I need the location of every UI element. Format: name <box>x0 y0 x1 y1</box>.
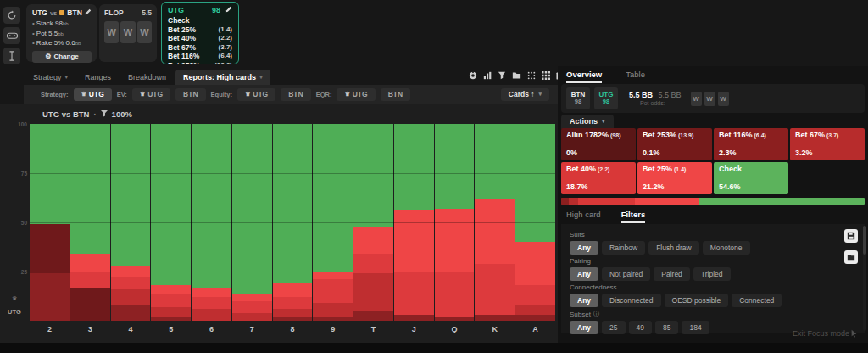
crown-icon: ♛ <box>140 91 145 98</box>
segment-bet116 <box>313 317 353 321</box>
seat-utg[interactable]: UTG 98 <box>594 87 618 109</box>
tab-table[interactable]: Table <box>626 70 645 83</box>
segment-bet40 <box>273 297 313 309</box>
filter-pairing-any[interactable]: Any <box>570 267 598 281</box>
tab-breakdown[interactable]: Breakdown <box>120 70 174 85</box>
tab-high-card[interactable]: High card <box>566 210 601 223</box>
grid-icon[interactable] <box>542 71 550 80</box>
segment-bet116 <box>475 315 515 321</box>
ibeam-icon[interactable] <box>3 48 20 64</box>
history-icon[interactable] <box>3 7 20 24</box>
filter-connectedness-disconnected[interactable]: Disconnected <box>602 294 661 307</box>
chip-strategy-utg[interactable]: ♛UTG <box>74 88 112 101</box>
filter-suits-rainbow[interactable]: Rainbow <box>602 241 645 255</box>
crown-icon: ♛ <box>344 91 349 98</box>
chip-eqr-utg[interactable]: ♛UTG <box>337 88 375 101</box>
tab-filters[interactable]: Filters <box>621 210 646 223</box>
hero-strategy-panel[interactable]: UTG 98 CheckBet 25%(1.4)Bet 40%(2.2)Bet … <box>161 2 239 64</box>
segment-bet116 <box>435 317 475 321</box>
edit-pencil-icon[interactable] <box>85 8 92 17</box>
action-tile-bet-116[interactable]: Bet 116%(6.4)2.3% <box>714 128 788 160</box>
chip-equity-btn[interactable]: BTN <box>281 88 310 101</box>
chip-equity-utg[interactable]: ♛UTG <box>237 88 275 101</box>
flop-label: FLOP <box>104 8 124 17</box>
filter-connectedness-connected[interactable]: Connected <box>732 294 782 307</box>
filter-pairing-paired[interactable]: Paired <box>654 267 690 281</box>
hero-action-row: Bet 40%(2.2) <box>168 34 232 43</box>
save-icon[interactable] <box>844 229 858 243</box>
flop-panel[interactable]: FLOP 5.5 WWW <box>99 4 157 62</box>
gear-icon: ⚙ <box>45 53 51 60</box>
filter-pairing-tripled[interactable]: Tripled <box>693 267 731 281</box>
segment-bet40 <box>232 301 272 313</box>
chip-icon[interactable] <box>469 71 477 80</box>
control-label: EV: <box>117 91 127 98</box>
seat-btn[interactable]: BTN 98 <box>566 87 590 109</box>
filters-scrollbar[interactable] <box>863 226 866 331</box>
segment-bet67 <box>313 303 353 317</box>
segment-bet25 <box>394 210 434 272</box>
report-chart-panel: UTG vs BTN · 100% 100755025 23456789TJQK… <box>0 104 558 343</box>
hero-action-label: Bet 25% <box>168 25 196 35</box>
x-tick-label: 4 <box>111 325 151 333</box>
filter-subset-49[interactable]: 49 <box>629 321 652 334</box>
segment-check <box>30 124 70 224</box>
action-tile-bet-40[interactable]: Bet 40%(2.2)18.7% <box>561 162 636 194</box>
tab-overview[interactable]: Overview <box>566 70 602 83</box>
gamepad-icon[interactable] <box>3 27 20 44</box>
tab-ranges[interactable]: Ranges <box>77 70 119 85</box>
action-tile-bet-253[interactable]: Bet 253%(13.9)0.1% <box>637 128 712 160</box>
bottom-strip <box>0 343 868 353</box>
filter-connectedness-any[interactable]: Any <box>570 294 598 307</box>
hero-action-amount: (13.9) <box>214 61 232 64</box>
filter-subset-25[interactable]: 25 <box>602 321 625 334</box>
tab-strategy[interactable]: Strategy▾ <box>25 70 75 85</box>
filter-connectedness-oesd-possible[interactable]: OESD possible <box>665 294 729 307</box>
action-tile-bet-67[interactable]: Bet 67%(3.7)3.2% <box>790 128 865 160</box>
filter-icon[interactable] <box>498 71 506 80</box>
control-label: EQR: <box>316 91 332 98</box>
chip-ev-utg[interactable]: ♛UTG <box>132 88 170 101</box>
action-tile-name: Bet 116%(6.4) <box>719 131 783 139</box>
x-tick-label: K <box>475 325 515 333</box>
filter-suits-flush-draw[interactable]: Flush draw <box>648 241 699 255</box>
actions-dropdown[interactable]: Actions ▾ <box>561 115 614 129</box>
y-tick-label: 25 <box>8 269 27 275</box>
edit-pencil-icon[interactable] <box>225 6 232 14</box>
y-tick-label: 50 <box>8 220 27 226</box>
folder-icon[interactable] <box>844 250 858 264</box>
match-p2: BTN <box>67 8 81 17</box>
dots-grid-icon[interactable] <box>527 71 536 80</box>
filter-subset-184[interactable]: 184 <box>682 321 709 334</box>
filter-pairing-not-paired[interactable]: Not paired <box>602 267 650 281</box>
action-tile-bet-25[interactable]: Bet 25%(1.4)21.2% <box>637 162 712 194</box>
hero-action-row: Bet 116%(6.4) <box>168 52 232 61</box>
card-wildcard: W <box>137 21 152 43</box>
cards-sort-dropdown[interactable]: Cards ↑▾ <box>501 88 549 101</box>
segment-bet67 <box>151 307 191 317</box>
action-tile-check[interactable]: Check54.6% <box>714 162 788 194</box>
x-tick-label: 9 <box>313 325 353 333</box>
chip-ev-btn[interactable]: BTN <box>175 88 205 101</box>
filter-subset-85[interactable]: 85 <box>655 321 678 334</box>
filter-subset-any[interactable]: Any <box>570 321 598 334</box>
action-tile-name: Bet 40%(2.2) <box>566 165 631 173</box>
segment-bet67 <box>353 273 393 311</box>
exit-focus-mode[interactable]: Exit Focus mode <box>793 329 858 338</box>
folder-icon[interactable] <box>512 71 521 80</box>
filter-group-label-subset: Subsetⓘ <box>570 310 856 318</box>
tab-reports-high-cards[interactable]: Reports: High cards▾ <box>175 70 270 85</box>
segment-check <box>313 124 353 272</box>
segment-bet25 <box>313 272 353 279</box>
chip-eqr-btn[interactable]: BTN <box>381 88 410 101</box>
bar-chart-icon[interactable] <box>483 71 492 80</box>
filter-suits-monotone[interactable]: Monotone <box>703 241 750 255</box>
segment-bet25 <box>435 209 475 272</box>
crown-icon: ♛ <box>81 91 86 98</box>
segment-bet116 <box>30 273 70 321</box>
action-tile-allin-1782[interactable]: Allin 1782%(98)0% <box>561 128 636 160</box>
filter-suits-any[interactable]: Any <box>570 241 598 255</box>
change-button[interactable]: ⚙ Change <box>32 51 92 63</box>
segment-bet67 <box>515 305 555 315</box>
x-tick-label: 8 <box>273 325 313 333</box>
